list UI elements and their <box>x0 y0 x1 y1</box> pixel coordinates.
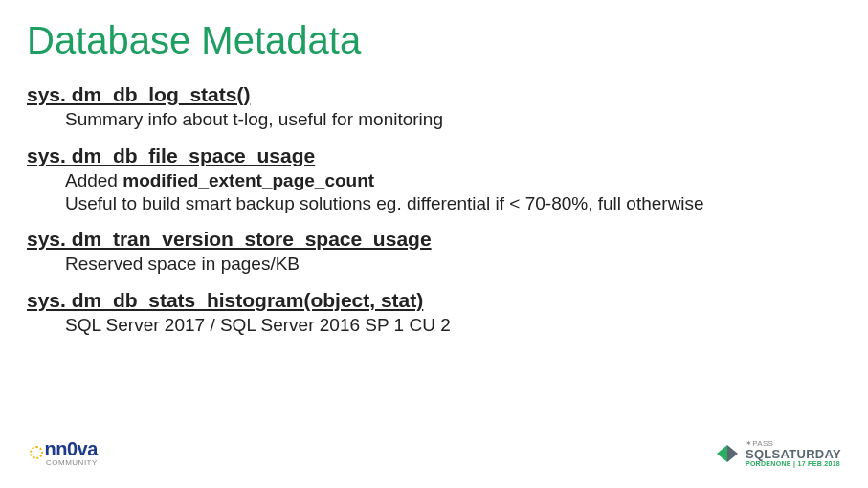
item-3-line-1: Reserved space in pages/KB <box>65 253 841 276</box>
logo-part-1: nn <box>45 438 67 459</box>
item-2-head: sys. dm_db_file_space_usage <box>27 144 841 167</box>
item-3-head: sys. dm_tran_version_store_space_usage <box>27 228 841 251</box>
sqlsat-sub: PORDENONE | 17 FEB 2018 <box>746 460 841 467</box>
item-1-head: sys. dm_db_log_stats() <box>27 83 841 106</box>
item-2-line-1-bold: modified_extent_page_count <box>122 170 374 190</box>
item-2-line-1: Added modified_extent_page_count <box>65 169 841 192</box>
logo-innova: nn0va COMMUNITY <box>27 438 98 467</box>
chevrons-icon <box>717 445 738 462</box>
item-3: sys. dm_tran_version_store_space_usage R… <box>27 228 841 276</box>
item-4-line-1: SQL Server 2017 / SQL Server 2016 SP 1 C… <box>65 314 841 337</box>
slide: Database Metadata sys. dm_db_log_stats()… <box>0 0 868 337</box>
logo-innova-text: nn0va <box>45 438 98 460</box>
item-4-head: sys. dm_db_stats_histogram(object, stat) <box>27 289 841 312</box>
sqlsat-text: ✶PASS SQLSATURDAY PORDENONE | 17 FEB 201… <box>746 440 841 467</box>
logo-innova-sub: COMMUNITY <box>46 458 98 467</box>
chevron-left-icon <box>717 445 727 462</box>
item-1-line-1: Summary info about t-log, useful for mon… <box>65 108 841 131</box>
logo-part-2: va <box>78 438 98 459</box>
logo-sqlsaturday: ✶PASS SQLSATURDAY PORDENONE | 17 FEB 201… <box>717 440 841 467</box>
item-2: sys. dm_db_file_space_usage Added modifi… <box>27 144 841 215</box>
slide-title: Database Metadata <box>27 19 841 62</box>
logo-part-zero: 0 <box>67 438 78 459</box>
footer: nn0va COMMUNITY ✶PASS SQLSATURDAY PORDEN… <box>27 438 841 467</box>
logo-innova-text-wrap: nn0va COMMUNITY <box>46 438 98 467</box>
item-2-line-2: Useful to build smart backup solutions e… <box>65 192 841 215</box>
sun-icon <box>27 443 46 462</box>
item-4: sys. dm_db_stats_histogram(object, stat)… <box>27 289 841 337</box>
item-2-line-1-prefix: Added <box>65 170 122 190</box>
item-1: sys. dm_db_log_stats() Summary info abou… <box>27 83 841 131</box>
sqlsat-title: SQLSATURDAY <box>746 448 841 460</box>
chevron-right-icon <box>727 445 738 462</box>
